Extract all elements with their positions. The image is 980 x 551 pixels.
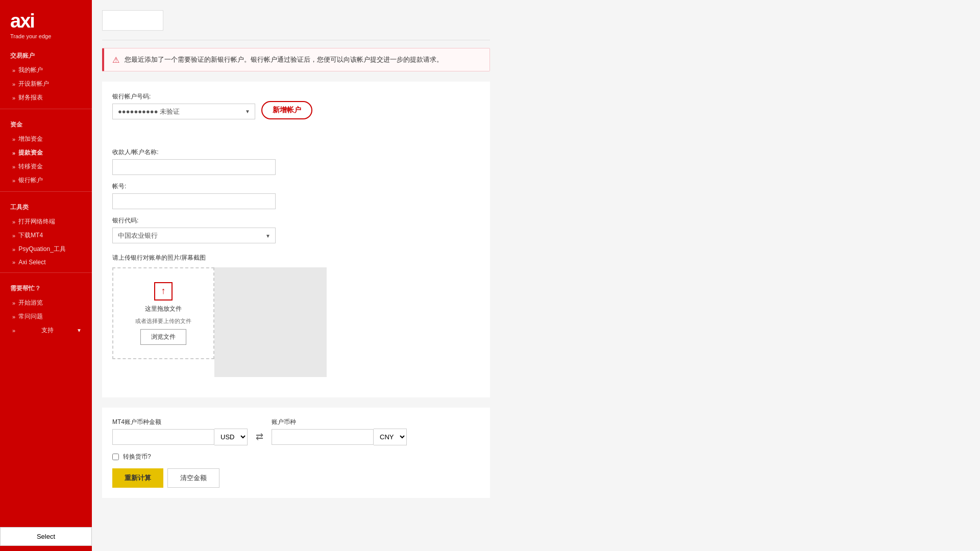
convert-checkbox[interactable] xyxy=(112,454,119,460)
upload-icon xyxy=(154,282,173,300)
account-number-input[interactable] xyxy=(112,193,276,209)
sidebar-item-add-funds[interactable]: 增加资金 xyxy=(0,132,92,146)
convert-checkbox-row: 转换货币? xyxy=(112,453,480,461)
alert-message: 您最近添加了一个需要验证的新银行帐户。银行帐户通过验证后，您便可以向该帐户提交进… xyxy=(125,55,443,65)
sidebar-item-psyquation[interactable]: PsyQuation_工具 xyxy=(0,242,92,256)
sidebar-label-statements: 财务报表 xyxy=(18,93,43,102)
sidebar-label-download-mt4: 下载MT4 xyxy=(18,231,43,240)
sidebar-item-web-terminal[interactable]: 打开网络终端 xyxy=(0,215,92,229)
content-area: ⚠ 您最近添加了一个需要验证的新银行帐户。银行帐户通过验证后，您便可以向该帐户提… xyxy=(92,0,500,508)
account-number-label: 帐号: xyxy=(112,182,480,191)
section-title-trading: 交易账户 xyxy=(0,44,92,63)
sidebar-item-faq[interactable]: 常问问题 xyxy=(0,310,92,323)
section-title-help: 需要帮忙？ xyxy=(0,277,92,296)
account-currency-group: 账户币种 CNY USD xyxy=(272,418,407,445)
sidebar-label-add-funds: 增加资金 xyxy=(18,135,43,143)
logo-text: axi xyxy=(10,10,34,32)
bank-account-label: 银行帐户号码: xyxy=(112,92,255,101)
sidebar-label-withdraw: 提款资金 xyxy=(18,148,43,157)
recipient-group: 收款人/帐户名称: xyxy=(112,148,480,175)
section-title-funds: 资金 xyxy=(0,113,92,132)
sidebar-label-open-account: 开设新帐户 xyxy=(18,80,49,88)
select-button-area: Select xyxy=(0,522,92,551)
bank-account-select-wrapper: ●●●●●●●●●● 未验证 ▼ xyxy=(112,104,255,119)
sidebar-item-bank-account[interactable]: 银行帐户 xyxy=(0,173,92,187)
mt4-amount-label: MT4账户币种金额 xyxy=(112,418,248,427)
recalculate-button[interactable]: 重新计算 xyxy=(112,468,163,488)
account-input-row: CNY USD xyxy=(272,429,407,445)
sidebar-label-psyquation: PsyQuation_工具 xyxy=(18,245,66,254)
form-section: 收款人/帐户名称: 帐号: 银行代码: 中国农业银行 中国工商银行 中国建设银行… xyxy=(102,138,490,397)
sidebar-label-axi-select: Axi Select xyxy=(18,259,45,266)
chevron-down-icon: ▼ xyxy=(77,328,82,333)
upload-dropzone[interactable]: 这里拖放文件 或者选择要上传的文件 浏览文件 xyxy=(112,267,214,359)
account-number-group: 帐号: xyxy=(112,182,480,209)
account-amount-input[interactable] xyxy=(272,429,374,445)
mt4-currency-select[interactable]: USD EUR xyxy=(214,429,248,445)
sidebar-label-support: 支持 xyxy=(41,326,54,335)
separator xyxy=(102,40,490,40)
bank-account-section: 银行帐户号码: ●●●●●●●●●● 未验证 ▼ 新增帐户 xyxy=(102,82,490,138)
sidebar: axi Trade your edge 交易账户 我的帐户 开设新帐户 财务报表… xyxy=(0,0,92,551)
account-currency-label: 账户币种 xyxy=(272,418,407,427)
sidebar-label-my-account: 我的帐户 xyxy=(18,66,43,74)
upload-container: 这里拖放文件 或者选择要上传的文件 浏览文件 xyxy=(112,267,480,377)
bank-code-label: 银行代码: xyxy=(112,216,480,225)
mt4-input-row: USD EUR xyxy=(112,429,248,445)
browse-button[interactable]: 浏览文件 xyxy=(140,329,186,345)
sidebar-item-withdraw[interactable]: 提款资金 xyxy=(0,146,92,160)
sidebar-item-tour[interactable]: 开始游览 xyxy=(0,296,92,310)
alert-box: ⚠ 您最近添加了一个需要验证的新银行帐户。银行帐户通过验证后，您便可以向该帐户提… xyxy=(102,48,490,71)
bank-account-select[interactable]: ●●●●●●●●●● 未验证 xyxy=(112,104,255,119)
upload-label: 请上传银行对账单的照片/屏幕截图 xyxy=(112,254,480,262)
bank-code-select-wrapper: 中国农业银行 中国工商银行 中国建设银行 中国银行 交通银行 ▼ xyxy=(112,228,276,243)
select-button[interactable]: Select xyxy=(0,527,92,546)
divider-2 xyxy=(0,191,92,192)
divider-3 xyxy=(0,272,92,273)
mt4-amount-group: MT4账户币种金额 USD EUR xyxy=(112,418,248,445)
sidebar-label-web-terminal: 打开网络终端 xyxy=(18,217,55,226)
brand-tagline: Trade your edge xyxy=(10,33,82,39)
recipient-label: 收款人/帐户名称: xyxy=(112,148,480,157)
mt4-amount-input[interactable] xyxy=(112,429,214,445)
upload-drop-text: 这里拖放文件 xyxy=(145,305,182,313)
upload-preview xyxy=(214,267,327,377)
sidebar-item-download-mt4[interactable]: 下载MT4 xyxy=(0,229,92,242)
bank-account-field-group: 银行帐户号码: ●●●●●●●●●● 未验证 ▼ xyxy=(112,92,255,119)
calculation-section: MT4账户币种金额 USD EUR ⇄ 账户币种 xyxy=(102,408,490,498)
bank-code-select[interactable]: 中国农业银行 中国工商银行 中国建设银行 中国银行 交通银行 xyxy=(112,228,276,243)
sidebar-item-support[interactable]: 支持 ▼ xyxy=(0,323,92,337)
swap-icon: ⇄ xyxy=(253,431,266,442)
recipient-input[interactable] xyxy=(112,159,276,175)
new-account-button[interactable]: 新增帐户 xyxy=(261,101,312,119)
alert-icon: ⚠ xyxy=(112,55,119,65)
divider-1 xyxy=(0,109,92,109)
upload-or-text: 或者选择要上传的文件 xyxy=(135,317,191,325)
calc-amounts-row: MT4账户币种金额 USD EUR ⇄ 账户币种 xyxy=(112,418,480,445)
sidebar-item-open-account[interactable]: 开设新帐户 xyxy=(0,77,92,91)
bank-account-field-row: 银行帐户号码: ●●●●●●●●●● 未验证 ▼ 新增帐户 xyxy=(112,92,480,119)
brand-logo: axi xyxy=(10,10,82,32)
sidebar-label-transfer: 转移资金 xyxy=(18,162,43,171)
action-buttons: 重新计算 清空金额 xyxy=(112,468,480,488)
bank-code-group: 银行代码: 中国农业银行 中国工商银行 中国建设银行 中国银行 交通银行 ▼ xyxy=(112,216,480,243)
sidebar-item-my-account[interactable]: 我的帐户 xyxy=(0,63,92,77)
top-card xyxy=(102,10,163,31)
section-title-tools: 工具类 xyxy=(0,196,92,215)
sidebar-item-statements[interactable]: 财务报表 xyxy=(0,91,92,105)
sidebar-item-transfer[interactable]: 转移资金 xyxy=(0,160,92,173)
sidebar-item-axi-select[interactable]: Axi Select xyxy=(0,256,92,268)
sidebar-label-faq: 常问问题 xyxy=(18,312,43,321)
clear-button[interactable]: 清空金额 xyxy=(167,468,219,488)
convert-label: 转换货币? xyxy=(123,453,151,461)
upload-section: 请上传银行对账单的照片/屏幕截图 这里拖放文件 或者选择要上传的文件 浏览文件 xyxy=(112,254,480,377)
logo-area: axi Trade your edge xyxy=(0,0,92,44)
account-currency-select[interactable]: CNY USD xyxy=(374,429,407,445)
sidebar-label-bank-account: 银行帐户 xyxy=(18,176,43,185)
sidebar-label-tour: 开始游览 xyxy=(18,298,43,307)
main-content: ⚠ 您最近添加了一个需要验证的新银行帐户。银行帐户通过验证后，您便可以向该帐户提… xyxy=(92,0,980,551)
